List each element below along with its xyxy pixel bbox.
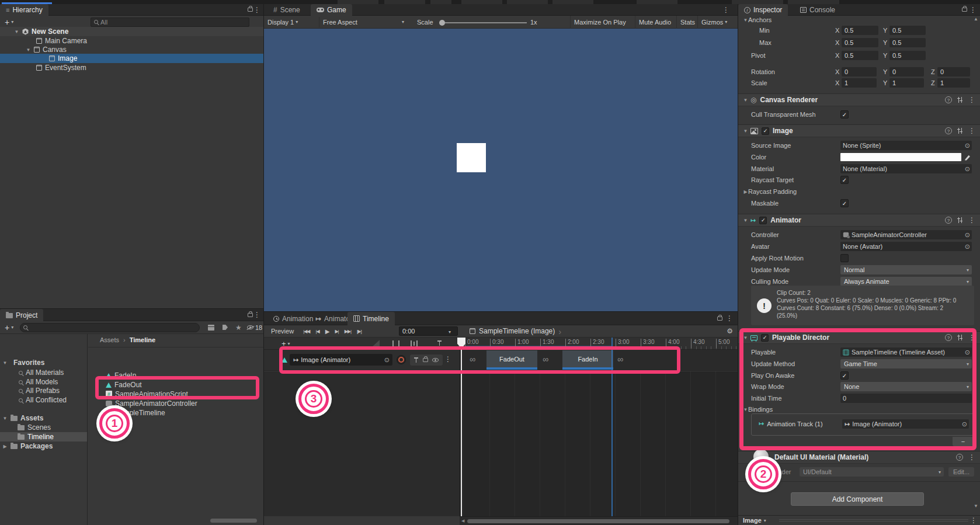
lock-icon[interactable]: [248, 8, 253, 12]
preset-icon[interactable]: [957, 217, 963, 223]
maximize-on-play-toggle[interactable]: Maximize On Play: [570, 16, 630, 29]
hierarchy-item-image[interactable]: Image: [0, 54, 263, 63]
scale-x-field[interactable]: 1: [842, 78, 877, 88]
tab-scene[interactable]: # Scene: [267, 4, 306, 16]
rotation-y-field[interactable]: 0: [889, 67, 924, 77]
help-icon[interactable]: ?: [945, 334, 952, 341]
horizontal-scrollbar[interactable]: [210, 519, 257, 523]
help-icon[interactable]: ?: [945, 127, 952, 134]
favorites-root[interactable]: ▼ Favorites: [0, 358, 87, 367]
object-picker-icon[interactable]: ⊙: [965, 165, 970, 173]
lock-icon[interactable]: [423, 358, 428, 362]
time-ruler[interactable]: 0:00 0:30 1:00 1:30 2:00 2:30 3:00 3:30 …: [460, 338, 738, 350]
create-button[interactable]: + ▾: [1, 322, 17, 333]
resize-handle[interactable]: [779, 519, 968, 520]
update-method-dropdown[interactable]: Game Time ▾: [840, 359, 972, 368]
favorites-filter-icon[interactable]: ★: [235, 324, 242, 332]
root-motion-checkbox[interactable]: [840, 254, 849, 262]
animator-component-header[interactable]: ▼ ↦ ✓ Animator ? ⋮: [738, 214, 980, 227]
kebab-menu-icon[interactable]: ⋮: [968, 127, 975, 134]
playhead-line[interactable]: [461, 348, 462, 516]
foldout-closed-icon[interactable]: ▶: [2, 444, 8, 449]
source-image-field[interactable]: None (Sprite) ⊙: [840, 141, 972, 150]
help-icon[interactable]: ?: [945, 217, 952, 224]
tab-timeline[interactable]: Timeline: [347, 312, 395, 325]
search-input[interactable]: [20, 323, 200, 332]
tab-console[interactable]: Console: [794, 4, 841, 16]
favorite-all-materials[interactable]: All Materials: [0, 368, 87, 377]
packages-root[interactable]: ▶ Packages: [0, 441, 87, 451]
game-viewport[interactable]: [264, 29, 738, 311]
playable-field[interactable]: SampleTimeline (Timeline Asset) ⊙: [840, 347, 972, 357]
scale-slider-track[interactable]: [445, 22, 527, 23]
goto-end-button[interactable]: ▶▶|: [345, 329, 351, 334]
scene-row[interactable]: ▼ New Scene: [0, 27, 263, 36]
lock-icon[interactable]: [717, 317, 722, 321]
max-y-field[interactable]: 0.5: [889, 38, 926, 47]
pivot-x-field[interactable]: 0.5: [842, 51, 878, 60]
add-component-button[interactable]: Add Component: [791, 492, 924, 506]
controller-field[interactable]: SampleAnimatorController ⊙: [840, 230, 972, 239]
object-picker-icon[interactable]: ⊙: [965, 243, 970, 251]
rotation-x-field[interactable]: 0: [842, 67, 877, 77]
time-field-dropdown-icon[interactable]: ▾: [449, 329, 451, 335]
kebab-menu-icon[interactable]: ⋮: [253, 311, 260, 318]
max-x-field[interactable]: 0.5: [842, 38, 878, 47]
culling-mode-dropdown[interactable]: Always Animate ▾: [840, 277, 972, 286]
cull-checkbox[interactable]: ✓: [840, 110, 849, 119]
gizmos-dropdown[interactable]: Gizmos ▾: [697, 16, 731, 29]
play-button[interactable]: ▶: [325, 328, 329, 335]
play-range-button[interactable]: [▶]: [357, 329, 362, 334]
rotation-z-field[interactable]: 0: [937, 67, 970, 77]
tab-project[interactable]: Project: [0, 309, 43, 321]
kebab-menu-icon[interactable]: ⋮: [970, 517, 977, 524]
timeline-hscrollbar[interactable]: ◀: [460, 516, 738, 525]
scale-z-field[interactable]: 1: [937, 78, 970, 88]
pivot-y-field[interactable]: 0.5: [889, 51, 926, 60]
tab-game[interactable]: Game: [311, 4, 352, 16]
component-enabled-checkbox[interactable]: ✓: [762, 127, 769, 135]
tab-hierarchy[interactable]: ≡ Hierarchy: [0, 4, 48, 16]
playable-director-header[interactable]: ▼ ✓ Playable Director ? ⋮: [738, 331, 980, 344]
object-picker-icon[interactable]: ⊙: [965, 231, 970, 239]
object-picker-icon[interactable]: ⊙: [962, 420, 967, 428]
asset-sampleanimatorcontroller[interactable]: SampleAnimatorController: [88, 399, 263, 408]
scale-slider-knob[interactable]: [439, 20, 445, 26]
folder-timeline[interactable]: Timeline: [0, 432, 87, 441]
label-tag-icon[interactable]: [223, 325, 228, 330]
edit-button[interactable]: Edit...: [948, 467, 974, 477]
hidden-count-icon[interactable]: [247, 325, 253, 329]
assets-root[interactable]: ▼ Assets: [0, 413, 87, 423]
search-input[interactable]: All: [91, 18, 249, 27]
kebab-menu-icon[interactable]: ⋮: [253, 6, 260, 13]
asset-fadein[interactable]: FadeIn: [88, 371, 263, 380]
record-button[interactable]: [397, 355, 406, 364]
scale-y-field[interactable]: 1: [889, 78, 924, 88]
shader-dropdown[interactable]: UI/Default ▾: [800, 467, 944, 477]
ripple-edit-mode-icon[interactable]: [411, 340, 418, 347]
canvas-renderer-header[interactable]: ▼ ◎ Canvas Renderer ? ⋮: [738, 93, 980, 106]
preset-icon[interactable]: [957, 335, 963, 340]
kebab-menu-icon[interactable]: ⋮: [722, 6, 729, 13]
hierarchy-item-canvas[interactable]: ▼ Canvas: [0, 45, 263, 54]
preset-icon[interactable]: [957, 97, 963, 103]
color-swatch[interactable]: [840, 153, 961, 161]
play-on-awake-checkbox[interactable]: ✓: [840, 371, 849, 380]
preset-icon[interactable]: [957, 128, 963, 134]
eyedropper-icon[interactable]: [964, 154, 971, 161]
timeline-breadcrumb[interactable]: SampleTimeline (Image) ›: [470, 326, 561, 336]
lock-icon[interactable]: [248, 313, 253, 317]
gear-icon[interactable]: ⚙: [727, 327, 733, 335]
lock-icon[interactable]: [962, 8, 967, 12]
update-mode-dropdown[interactable]: Normal ▾: [840, 265, 972, 274]
kebab-menu-icon[interactable]: ⋮: [968, 217, 975, 224]
prev-frame-button[interactable]: |◀: [316, 329, 319, 334]
favorite-all-prefabs[interactable]: All Prefabs: [0, 386, 87, 395]
footer-image-dropdown[interactable]: Image ▾: [743, 517, 766, 524]
kebab-menu-icon[interactable]: ⋮: [444, 356, 451, 363]
component-enabled-checkbox[interactable]: ✓: [759, 217, 767, 224]
add-track-button[interactable]: + ▾: [278, 338, 460, 349]
asset-bundle-icon[interactable]: [208, 325, 214, 331]
component-enabled-checkbox[interactable]: ✓: [761, 334, 769, 342]
animation-track-lane[interactable]: ∞ FadeOut ∞ FadeIn ∞: [460, 350, 738, 371]
